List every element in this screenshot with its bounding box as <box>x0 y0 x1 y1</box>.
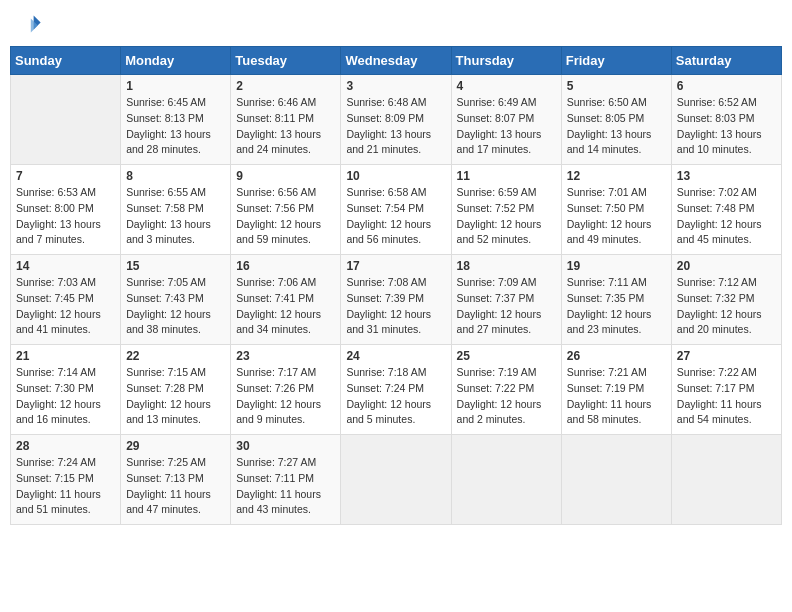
day-number: 29 <box>126 439 225 453</box>
day-info: Sunrise: 7:12 AMSunset: 7:32 PMDaylight:… <box>677 275 776 338</box>
calendar-cell: 8Sunrise: 6:55 AMSunset: 7:58 PMDaylight… <box>121 165 231 255</box>
calendar-cell: 30Sunrise: 7:27 AMSunset: 7:11 PMDayligh… <box>231 435 341 525</box>
weekday-header: Tuesday <box>231 47 341 75</box>
calendar-cell: 21Sunrise: 7:14 AMSunset: 7:30 PMDayligh… <box>11 345 121 435</box>
day-number: 15 <box>126 259 225 273</box>
day-number: 22 <box>126 349 225 363</box>
day-info: Sunrise: 6:55 AMSunset: 7:58 PMDaylight:… <box>126 185 225 248</box>
calendar-cell: 18Sunrise: 7:09 AMSunset: 7:37 PMDayligh… <box>451 255 561 345</box>
weekday-header: Sunday <box>11 47 121 75</box>
day-info: Sunrise: 7:11 AMSunset: 7:35 PMDaylight:… <box>567 275 666 338</box>
calendar-cell: 3Sunrise: 6:48 AMSunset: 8:09 PMDaylight… <box>341 75 451 165</box>
calendar-body: 1Sunrise: 6:45 AMSunset: 8:13 PMDaylight… <box>11 75 782 525</box>
day-number: 19 <box>567 259 666 273</box>
logo <box>14 10 46 38</box>
calendar-cell: 14Sunrise: 7:03 AMSunset: 7:45 PMDayligh… <box>11 255 121 345</box>
calendar-week-row: 1Sunrise: 6:45 AMSunset: 8:13 PMDaylight… <box>11 75 782 165</box>
day-info: Sunrise: 7:09 AMSunset: 7:37 PMDaylight:… <box>457 275 556 338</box>
day-number: 16 <box>236 259 335 273</box>
day-number: 23 <box>236 349 335 363</box>
calendar-cell: 1Sunrise: 6:45 AMSunset: 8:13 PMDaylight… <box>121 75 231 165</box>
day-number: 30 <box>236 439 335 453</box>
day-number: 4 <box>457 79 556 93</box>
calendar-cell: 15Sunrise: 7:05 AMSunset: 7:43 PMDayligh… <box>121 255 231 345</box>
day-number: 2 <box>236 79 335 93</box>
logo-icon <box>14 10 42 38</box>
day-number: 18 <box>457 259 556 273</box>
day-info: Sunrise: 6:53 AMSunset: 8:00 PMDaylight:… <box>16 185 115 248</box>
calendar-week-row: 7Sunrise: 6:53 AMSunset: 8:00 PMDaylight… <box>11 165 782 255</box>
day-info: Sunrise: 7:06 AMSunset: 7:41 PMDaylight:… <box>236 275 335 338</box>
day-number: 3 <box>346 79 445 93</box>
day-number: 20 <box>677 259 776 273</box>
page-header <box>10 10 782 38</box>
day-number: 1 <box>126 79 225 93</box>
day-info: Sunrise: 6:49 AMSunset: 8:07 PMDaylight:… <box>457 95 556 158</box>
calendar-cell <box>341 435 451 525</box>
weekday-header: Saturday <box>671 47 781 75</box>
day-info: Sunrise: 6:46 AMSunset: 8:11 PMDaylight:… <box>236 95 335 158</box>
day-info: Sunrise: 7:05 AMSunset: 7:43 PMDaylight:… <box>126 275 225 338</box>
calendar-table: SundayMondayTuesdayWednesdayThursdayFrid… <box>10 46 782 525</box>
calendar-cell: 22Sunrise: 7:15 AMSunset: 7:28 PMDayligh… <box>121 345 231 435</box>
calendar-cell: 11Sunrise: 6:59 AMSunset: 7:52 PMDayligh… <box>451 165 561 255</box>
weekday-header: Monday <box>121 47 231 75</box>
calendar-week-row: 21Sunrise: 7:14 AMSunset: 7:30 PMDayligh… <box>11 345 782 435</box>
calendar-cell: 16Sunrise: 7:06 AMSunset: 7:41 PMDayligh… <box>231 255 341 345</box>
calendar-cell: 9Sunrise: 6:56 AMSunset: 7:56 PMDaylight… <box>231 165 341 255</box>
calendar-cell: 17Sunrise: 7:08 AMSunset: 7:39 PMDayligh… <box>341 255 451 345</box>
day-info: Sunrise: 7:24 AMSunset: 7:15 PMDaylight:… <box>16 455 115 518</box>
day-info: Sunrise: 7:03 AMSunset: 7:45 PMDaylight:… <box>16 275 115 338</box>
day-info: Sunrise: 7:27 AMSunset: 7:11 PMDaylight:… <box>236 455 335 518</box>
calendar-cell: 7Sunrise: 6:53 AMSunset: 8:00 PMDaylight… <box>11 165 121 255</box>
day-number: 21 <box>16 349 115 363</box>
calendar-cell: 4Sunrise: 6:49 AMSunset: 8:07 PMDaylight… <box>451 75 561 165</box>
calendar-cell: 13Sunrise: 7:02 AMSunset: 7:48 PMDayligh… <box>671 165 781 255</box>
day-number: 6 <box>677 79 776 93</box>
day-info: Sunrise: 6:45 AMSunset: 8:13 PMDaylight:… <box>126 95 225 158</box>
calendar-week-row: 28Sunrise: 7:24 AMSunset: 7:15 PMDayligh… <box>11 435 782 525</box>
calendar-cell: 27Sunrise: 7:22 AMSunset: 7:17 PMDayligh… <box>671 345 781 435</box>
calendar-cell <box>561 435 671 525</box>
calendar-cell: 2Sunrise: 6:46 AMSunset: 8:11 PMDaylight… <box>231 75 341 165</box>
day-number: 26 <box>567 349 666 363</box>
calendar-cell: 24Sunrise: 7:18 AMSunset: 7:24 PMDayligh… <box>341 345 451 435</box>
calendar-cell: 29Sunrise: 7:25 AMSunset: 7:13 PMDayligh… <box>121 435 231 525</box>
calendar-cell: 6Sunrise: 6:52 AMSunset: 8:03 PMDaylight… <box>671 75 781 165</box>
day-number: 24 <box>346 349 445 363</box>
day-info: Sunrise: 7:02 AMSunset: 7:48 PMDaylight:… <box>677 185 776 248</box>
day-info: Sunrise: 6:58 AMSunset: 7:54 PMDaylight:… <box>346 185 445 248</box>
day-info: Sunrise: 7:25 AMSunset: 7:13 PMDaylight:… <box>126 455 225 518</box>
day-number: 5 <box>567 79 666 93</box>
day-number: 27 <box>677 349 776 363</box>
day-info: Sunrise: 6:52 AMSunset: 8:03 PMDaylight:… <box>677 95 776 158</box>
day-info: Sunrise: 7:01 AMSunset: 7:50 PMDaylight:… <box>567 185 666 248</box>
day-number: 17 <box>346 259 445 273</box>
calendar-cell: 20Sunrise: 7:12 AMSunset: 7:32 PMDayligh… <box>671 255 781 345</box>
day-info: Sunrise: 7:14 AMSunset: 7:30 PMDaylight:… <box>16 365 115 428</box>
calendar-cell <box>671 435 781 525</box>
weekday-header: Wednesday <box>341 47 451 75</box>
day-number: 13 <box>677 169 776 183</box>
day-number: 9 <box>236 169 335 183</box>
calendar-cell: 12Sunrise: 7:01 AMSunset: 7:50 PMDayligh… <box>561 165 671 255</box>
day-number: 25 <box>457 349 556 363</box>
day-info: Sunrise: 7:19 AMSunset: 7:22 PMDaylight:… <box>457 365 556 428</box>
day-info: Sunrise: 6:50 AMSunset: 8:05 PMDaylight:… <box>567 95 666 158</box>
calendar-cell <box>451 435 561 525</box>
day-info: Sunrise: 7:21 AMSunset: 7:19 PMDaylight:… <box>567 365 666 428</box>
day-info: Sunrise: 6:59 AMSunset: 7:52 PMDaylight:… <box>457 185 556 248</box>
weekday-header: Friday <box>561 47 671 75</box>
day-info: Sunrise: 6:56 AMSunset: 7:56 PMDaylight:… <box>236 185 335 248</box>
day-number: 7 <box>16 169 115 183</box>
calendar-cell <box>11 75 121 165</box>
day-number: 28 <box>16 439 115 453</box>
day-info: Sunrise: 7:08 AMSunset: 7:39 PMDaylight:… <box>346 275 445 338</box>
calendar-cell: 10Sunrise: 6:58 AMSunset: 7:54 PMDayligh… <box>341 165 451 255</box>
calendar-header-row: SundayMondayTuesdayWednesdayThursdayFrid… <box>11 47 782 75</box>
day-number: 14 <box>16 259 115 273</box>
day-number: 11 <box>457 169 556 183</box>
day-info: Sunrise: 7:18 AMSunset: 7:24 PMDaylight:… <box>346 365 445 428</box>
weekday-header: Thursday <box>451 47 561 75</box>
calendar-cell: 23Sunrise: 7:17 AMSunset: 7:26 PMDayligh… <box>231 345 341 435</box>
